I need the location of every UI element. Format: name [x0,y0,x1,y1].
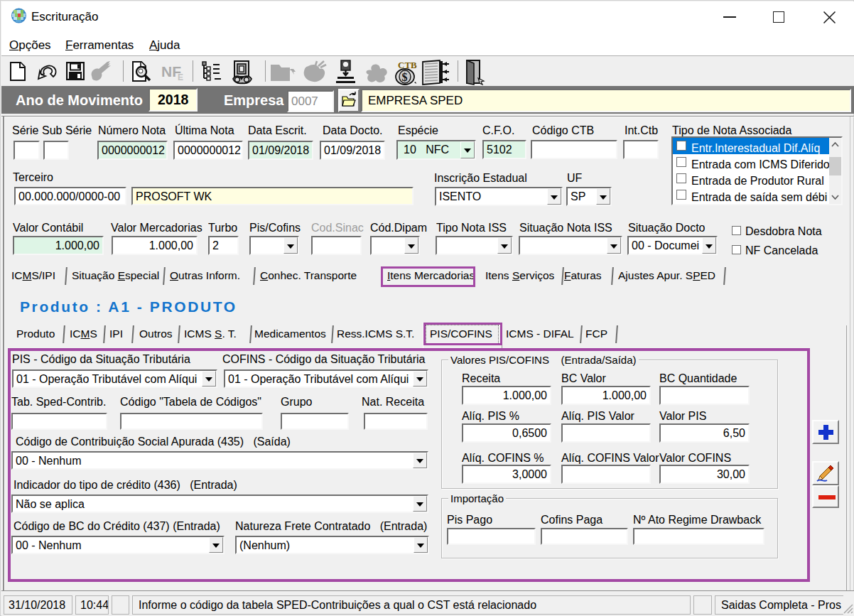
svg-text:E: E [178,72,183,81]
svg-text:$: $ [402,71,408,83]
